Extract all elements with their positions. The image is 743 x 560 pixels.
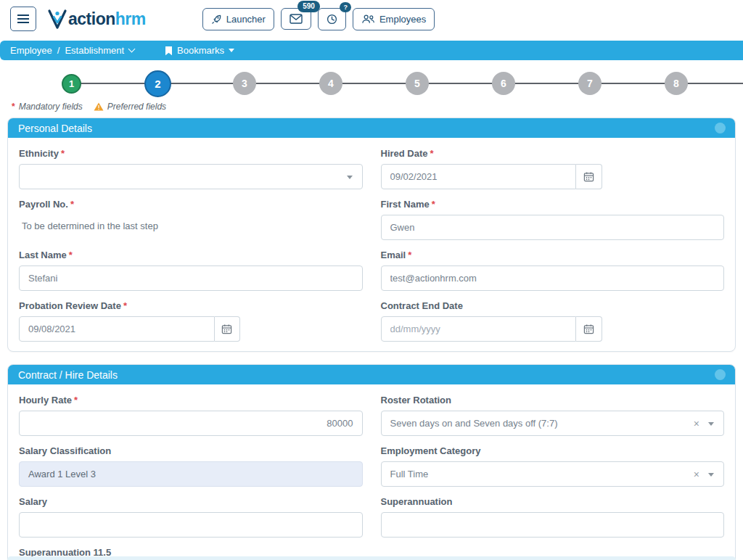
field-contract-end-date: Contract End Date [381, 297, 725, 342]
mandatory-marker: * [12, 102, 15, 112]
field-hired-date: Hired Date* [381, 145, 725, 189]
wizard-stepper: 1 2 3 4 5 6 7 8 [0, 70, 743, 97]
field-hourly-rate: Hourly Rate* [19, 392, 363, 436]
probation-review-date-label: Probation Review Date* [19, 300, 363, 311]
field-first-name: First Name* [381, 196, 725, 240]
roster-rotation-select[interactable]: Seven days on and Seven days off (7:7) × [381, 411, 725, 436]
personal-details-collapse-toggle[interactable] [715, 123, 726, 133]
personal-details-panel: Personal Details Ethnicity* Hired Date* [7, 118, 736, 352]
contract-hire-details-panel: Contract / Hire Details Hourly Rate* Ros… [7, 364, 736, 560]
required-marker: * [61, 148, 65, 159]
employees-icon [361, 14, 375, 24]
hourly-rate-input[interactable] [19, 411, 363, 436]
first-name-input[interactable] [381, 215, 725, 240]
required-marker: * [408, 250, 411, 260]
breadcrumb-separator: / [57, 45, 60, 56]
preferred-legend-label: Preferred fields [107, 102, 166, 112]
chevron-down-icon [347, 176, 353, 179]
probation-review-date-calendar-button[interactable] [215, 316, 240, 342]
contract-end-date-label: Contract End Date [381, 300, 725, 311]
payroll-no-note: To be determined in the last step [19, 215, 363, 231]
step-5[interactable]: 5 [406, 72, 429, 95]
hamburger-menu-button[interactable] [10, 7, 36, 31]
step-7[interactable]: 7 [578, 72, 602, 95]
ethnicity-select[interactable] [19, 164, 363, 189]
salary-label: Salary [19, 496, 363, 507]
first-name-label: First Name* [381, 199, 725, 210]
breadcrumb-establishment[interactable]: Establishment [65, 45, 124, 56]
clear-icon[interactable]: × [694, 468, 699, 481]
field-salary-classification: Salary Classification Award 1 Level 3 [19, 442, 363, 487]
help-badge: ? [340, 2, 351, 13]
calendar-icon [221, 324, 232, 334]
rocket-icon [211, 14, 222, 25]
step-8[interactable]: 8 [665, 72, 688, 95]
field-ethnicity: Ethnicity* [19, 145, 363, 189]
caret-down-icon [229, 49, 234, 52]
employment-category-select[interactable]: Full Time × [381, 461, 725, 487]
field-employment-category: Employment Category Full Time × [381, 442, 725, 487]
last-name-input[interactable] [19, 265, 363, 291]
field-salary: Salary [19, 493, 363, 538]
superannuation-label: Superannuation [381, 496, 725, 507]
messages-button[interactable]: 590 [281, 8, 311, 30]
envelope-icon [290, 14, 303, 24]
bookmarks-menu[interactable]: Bookmarks [165, 45, 234, 56]
step-1[interactable]: 1 [62, 74, 81, 94]
step-6[interactable]: 6 [492, 72, 515, 95]
employees-button[interactable]: Employees [353, 8, 435, 30]
bookmark-icon [165, 46, 173, 56]
required-marker: * [69, 250, 73, 260]
contract-hire-details-collapse-toggle[interactable] [715, 369, 726, 380]
hamburger-icon [17, 14, 30, 24]
chevron-down-icon [708, 422, 714, 426]
field-superannuation: Superannuation [381, 493, 725, 538]
breadcrumb-bar: Employee / Establishment Bookmarks [0, 41, 743, 60]
step-3[interactable]: 3 [233, 72, 256, 95]
breadcrumb[interactable]: Employee / Establishment [10, 45, 134, 56]
next-panel-edge [7, 556, 736, 560]
calendar-icon [583, 324, 594, 334]
logo-text: actionhrm [68, 9, 146, 29]
breadcrumb-employee[interactable]: Employee [10, 45, 52, 56]
required-marker: * [74, 395, 78, 405]
roster-rotation-label: Roster Rotation [381, 395, 725, 405]
hired-date-label: Hired Date* [381, 148, 725, 159]
warning-triangle-icon [94, 102, 104, 111]
hired-date-input[interactable] [381, 164, 577, 189]
salary-classification-value: Award 1 Level 3 [19, 461, 363, 487]
clear-icon[interactable]: × [694, 417, 699, 430]
salary-input[interactable] [19, 512, 363, 538]
email-label: Email* [381, 250, 725, 260]
last-name-label: Last Name* [19, 250, 363, 260]
step-2[interactable]: 2 [144, 70, 171, 97]
hourly-rate-label: Hourly Rate* [19, 395, 363, 405]
probation-review-date-input[interactable] [19, 316, 215, 342]
contract-hire-details-header: Contract / Hire Details [8, 365, 735, 384]
hired-date-calendar-button[interactable] [576, 164, 602, 189]
superannuation-input[interactable] [381, 512, 725, 538]
required-marker: * [123, 300, 127, 311]
clock-icon [327, 14, 337, 25]
required-marker: * [430, 148, 434, 159]
launcher-button[interactable]: Launcher [202, 8, 274, 30]
app-logo[interactable]: actionhrm [46, 7, 146, 30]
required-marker: * [70, 199, 74, 210]
payroll-no-label: Payroll No.* [19, 199, 363, 210]
contract-end-date-calendar-button[interactable] [576, 316, 602, 342]
contract-hire-details-title: Contract / Hire Details [18, 369, 118, 381]
personal-details-title: Personal Details [18, 123, 92, 134]
messages-count-badge: 590 [297, 1, 320, 12]
step-4[interactable]: 4 [319, 72, 342, 95]
time-button[interactable]: ? [318, 8, 346, 30]
employment-category-value: Full Time [390, 469, 429, 479]
app-header: actionhrm Launcher 590 ? Employees [0, 0, 743, 38]
employment-category-label: Employment Category [381, 445, 725, 456]
field-payroll-no: Payroll No.* To be determined in the las… [19, 196, 363, 240]
salary-classification-label: Salary Classification [19, 445, 363, 456]
email-input[interactable] [381, 265, 725, 291]
field-last-name: Last Name* [19, 247, 363, 291]
field-roster-rotation: Roster Rotation Seven days on and Seven … [381, 392, 725, 436]
chevron-down-icon [128, 46, 136, 53]
contract-end-date-input[interactable] [381, 316, 577, 342]
